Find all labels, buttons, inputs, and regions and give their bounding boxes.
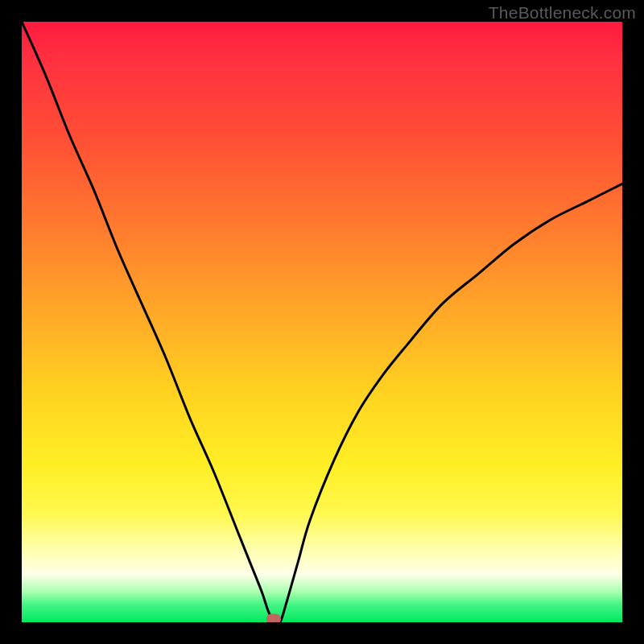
- plot-area: [22, 22, 622, 622]
- optimal-marker: [266, 614, 281, 623]
- bottleneck-curve: [22, 22, 622, 622]
- watermark-text: TheBottleneck.com: [489, 3, 636, 23]
